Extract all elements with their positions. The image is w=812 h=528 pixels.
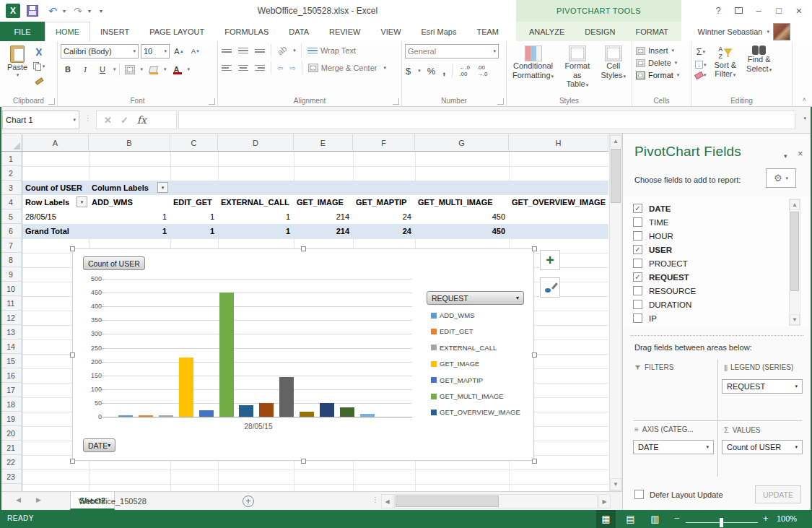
field-item-time[interactable]: TIME <box>633 215 668 229</box>
checkbox-icon[interactable] <box>633 231 642 241</box>
close-button[interactable]: × <box>789 2 809 18</box>
field-list-scrollbar[interactable]: ▲ ▼ <box>789 199 800 326</box>
fill-color-button[interactable] <box>146 63 160 76</box>
cell-C6[interactable]: 1 <box>170 224 218 238</box>
bar-GET_MAPTIP[interactable] <box>199 410 214 417</box>
field-item-hour[interactable]: HOUR <box>633 229 673 243</box>
chart-selection-handle[interactable] <box>70 459 75 464</box>
field-item-project[interactable]: PROJECT <box>633 256 688 270</box>
row-header-10[interactable]: 10 <box>0 282 22 296</box>
row-header-17[interactable]: 17 <box>0 383 22 397</box>
decrease-decimal-button[interactable]: .00→.0 <box>476 64 489 78</box>
cell-B6[interactable]: 1 <box>89 224 170 238</box>
checkbox-checked-icon[interactable]: ✓ <box>633 272 642 282</box>
legend-field-request[interactable]: REQUEST▾ <box>722 379 803 394</box>
chart-value-field-button[interactable]: Count of USER <box>83 256 145 270</box>
page-layout-view-button[interactable]: ▤ <box>621 510 640 528</box>
zoom-level[interactable]: 100% <box>777 514 797 523</box>
conditional-formatting-button[interactable]: ConditionalFormatting▾ <box>510 44 556 81</box>
row-header-1[interactable]: 1 <box>0 152 22 166</box>
currency-button[interactable]: $ <box>405 65 411 77</box>
cell-C5[interactable]: 1 <box>170 209 218 224</box>
cell-B4[interactable]: ADD_WMS <box>89 195 170 209</box>
help-button[interactable]: ? <box>708 2 728 18</box>
bar-GET_OVERVIEW_IMAGE[interactable] <box>239 405 253 417</box>
bar-GET_MULTI_IMAGE[interactable] <box>219 293 234 417</box>
row-header-8[interactable]: 8 <box>0 253 22 267</box>
find-select-button[interactable]: Find &Select▾ <box>743 44 774 74</box>
cell-E6[interactable]: 214 <box>294 224 353 238</box>
field-item-user[interactable]: ✓USER <box>633 243 672 256</box>
horizontal-scroll-thumb[interactable] <box>396 495 499 507</box>
field-item-duration[interactable]: DURATION <box>633 298 691 311</box>
currency-caret-icon[interactable]: ▾ <box>418 68 421 74</box>
checkbox-icon[interactable] <box>633 286 642 295</box>
increase-decimal-button[interactable]: ←.0.00 <box>458 64 471 78</box>
field-item-date[interactable]: ✓DATE <box>633 202 671 215</box>
values-field-count-of-user[interactable]: Count of USER▾ <box>722 440 803 454</box>
row-header-5[interactable]: 5 <box>0 209 22 224</box>
prev-sheet-icon[interactable]: ◀ <box>16 496 21 503</box>
scroll-down-icon[interactable]: ▼ <box>610 478 621 490</box>
cell-E5[interactable]: 214 <box>294 209 353 224</box>
name-box-caret-icon[interactable]: ▾ <box>73 117 76 123</box>
column-header-B[interactable]: B <box>89 134 170 152</box>
new-sheet-button[interactable]: + <box>243 495 254 507</box>
enter-formula-icon[interactable]: ✓ <box>121 115 128 126</box>
align-top-button[interactable] <box>221 47 232 55</box>
bar-series-13[interactable] <box>360 414 375 417</box>
row-header-4[interactable]: 4 <box>0 195 22 209</box>
page-break-view-button[interactable]: ▥ <box>645 510 665 528</box>
paste-button[interactable]: Paste▾ <box>3 44 32 79</box>
cell-G4[interactable]: GET_MULTI_IMAGE <box>415 195 509 209</box>
tab-file[interactable]: FILE <box>0 22 45 41</box>
row-header-15[interactable]: 15 <box>0 354 22 368</box>
cell-D6[interactable]: 1 <box>218 224 294 238</box>
number-dialog-launcher-icon[interactable] <box>497 98 504 105</box>
sheet-tab-weboffice_150528[interactable]: WebOffice_150528 <box>70 492 155 510</box>
namebox-splitter[interactable]: ⋮ <box>84 114 92 122</box>
tab-formulas[interactable]: FORMULAS <box>214 22 279 41</box>
delete-cells-button[interactable]: Delete▾ <box>635 58 688 68</box>
tab-page-layout[interactable]: PAGE LAYOUT <box>139 22 214 41</box>
tab-format[interactable]: FORMAT <box>625 22 678 41</box>
expand-formula-bar-icon[interactable]: ▾ <box>803 116 806 121</box>
sort-filter-button[interactable]: AZ Sort &Filter▾ <box>712 44 740 80</box>
insert-cells-button[interactable]: Insert▾ <box>635 46 688 56</box>
field-item-ip[interactable]: IP <box>633 311 657 325</box>
number-format-select[interactable]: General▾ <box>405 44 499 59</box>
update-button[interactable]: UPDATE <box>755 485 801 503</box>
tab-esri-maps[interactable]: Esri Maps <box>411 22 467 41</box>
column-header-E[interactable]: E <box>294 134 353 152</box>
font-name-select[interactable]: Calibri (Body)▾ <box>61 44 139 59</box>
cell-C4[interactable]: EDIT_GET <box>170 195 218 209</box>
tab-data[interactable]: DATA <box>279 22 319 41</box>
defer-checkbox[interactable] <box>634 490 644 499</box>
tab-review[interactable]: REVIEW <box>319 22 370 41</box>
pivot-chart[interactable]: Count of USER050100150200250300350400450… <box>72 248 534 461</box>
vertical-scrollbar[interactable]: ▲ ▼ <box>609 134 622 491</box>
row-header-24[interactable] <box>0 484 22 491</box>
grow-font-button[interactable]: A▲ <box>172 45 186 58</box>
bar-series-12[interactable] <box>340 407 354 417</box>
row-header-9[interactable]: 9 <box>0 267 22 282</box>
align-bottom-button[interactable] <box>254 47 266 55</box>
fill-button[interactable]: ↓▾ <box>694 60 707 69</box>
italic-button[interactable]: I <box>78 63 92 76</box>
pane-options-caret-icon[interactable]: ▾ <box>784 152 787 160</box>
name-box[interactable]: Chart 1 ▾ <box>2 111 79 129</box>
tab-design[interactable]: DESIGN <box>575 22 625 41</box>
zoom-out-button[interactable]: − <box>674 513 680 524</box>
row-header-13[interactable]: 13 <box>0 325 22 339</box>
chart-selection-handle[interactable] <box>70 352 75 358</box>
field-scroll-up-icon[interactable]: ▲ <box>790 199 800 210</box>
copy-button[interactable]: ▾ <box>32 60 46 73</box>
borders-caret-icon[interactable]: ▾ <box>141 66 144 72</box>
column-header-H[interactable]: H <box>509 134 608 152</box>
row-header-20[interactable]: 20 <box>0 426 22 441</box>
cell-F5[interactable]: 24 <box>353 209 415 224</box>
defer-layout-update[interactable]: Defer Layout Update <box>634 490 723 499</box>
font-color-button[interactable]: A <box>170 63 184 76</box>
ribbon-display-options-button[interactable]: ^ <box>728 2 748 18</box>
alignment-dialog-launcher-icon[interactable] <box>393 98 399 105</box>
